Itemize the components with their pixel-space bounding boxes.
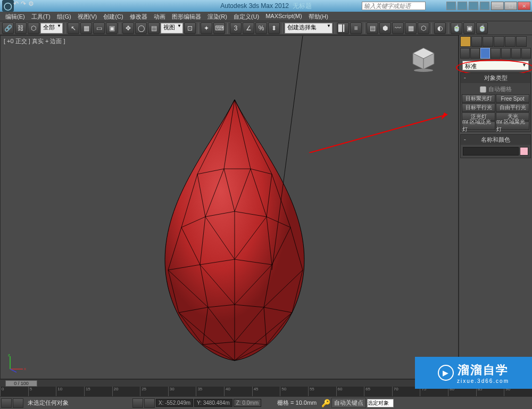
- link-icon[interactable]: ⚙: [28, 0, 34, 7]
- tab-motion[interactable]: [494, 36, 504, 47]
- minimize-button[interactable]: —: [491, 2, 504, 10]
- subtab-shapes[interactable]: [470, 48, 480, 59]
- menu-edit[interactable]: 编辑(E): [2, 12, 28, 21]
- filter-dropdown[interactable]: 全部: [40, 23, 63, 34]
- undo-icon[interactable]: ↶: [13, 0, 19, 7]
- rollout-objecttype: 对象类型 自动栅格 目标聚光灯Free Spot 目标平行光自由平行光 泛光灯天…: [460, 72, 531, 132]
- light-free-spot[interactable]: Free Spot: [496, 94, 529, 103]
- render-icon[interactable]: 🍵: [476, 22, 488, 34]
- schematic-icon[interactable]: ⬡: [418, 22, 429, 34]
- menu-modifier[interactable]: 修改器: [127, 12, 151, 21]
- keymode-dropdown[interactable]: [367, 399, 394, 407]
- graphite-icon[interactable]: ⬢: [379, 22, 391, 34]
- menu-maxscript[interactable]: MAXScript(M): [262, 12, 305, 21]
- unlink-icon[interactable]: ⛓: [15, 22, 27, 34]
- tab-hierarchy[interactable]: [483, 36, 493, 47]
- menu-custom[interactable]: 自定义(U): [230, 12, 262, 21]
- menu-create[interactable]: 创建(C): [100, 12, 126, 21]
- curveeditor-icon[interactable]: 〰: [392, 22, 404, 34]
- window-crossing-icon[interactable]: ▣: [106, 22, 118, 34]
- tick: 55: [308, 387, 336, 396]
- object-name-input[interactable]: [463, 147, 519, 156]
- menu-group[interactable]: 组(G): [54, 12, 74, 21]
- scale-icon[interactable]: ▤: [148, 22, 160, 34]
- tab-create[interactable]: [460, 36, 471, 47]
- autogrid-checkbox[interactable]: 自动栅格: [462, 84, 529, 94]
- coord-z[interactable]: Z: 0.0mm: [234, 399, 261, 407]
- time-slider-thumb[interactable]: 0 / 100: [5, 380, 37, 387]
- tick: 20: [112, 387, 140, 396]
- autokey-button[interactable]: 自动关键点: [331, 398, 366, 408]
- manip-icon[interactable]: ✦: [201, 22, 212, 34]
- subtab-systems[interactable]: [521, 48, 531, 59]
- refcoord-dropdown[interactable]: 视图: [161, 23, 183, 34]
- subtab-geometry[interactable]: [460, 48, 470, 59]
- renderedframe-icon[interactable]: ▣: [463, 22, 475, 34]
- coord-x[interactable]: X: -552.049m: [156, 399, 193, 407]
- spinnersnap-icon[interactable]: ⬍: [268, 22, 280, 34]
- tab-utilities[interactable]: [516, 36, 527, 47]
- snap-icon[interactable]: 3: [230, 22, 242, 34]
- link-icon[interactable]: 🔗: [2, 22, 14, 34]
- rotate-icon[interactable]: ◯: [135, 22, 147, 34]
- tab-modify[interactable]: [471, 36, 482, 47]
- subtab-lights[interactable]: [480, 48, 490, 59]
- viewport-canvas[interactable]: [1, 36, 458, 380]
- light-mr-spot[interactable]: mr 区域聚光灯: [496, 121, 529, 130]
- materialeditor-icon[interactable]: ◐: [434, 22, 446, 34]
- viewcube[interactable]: [410, 45, 437, 72]
- subtab-cameras[interactable]: [491, 48, 500, 59]
- info-icon[interactable]: [480, 2, 489, 10]
- coord-y[interactable]: Y: 3480.484m: [194, 399, 232, 407]
- select-icon[interactable]: ↖: [68, 22, 79, 34]
- rollout-header[interactable]: 名称和颜色: [461, 135, 530, 145]
- region-rect-icon[interactable]: ▭: [93, 22, 105, 34]
- menu-tools[interactable]: 工具(T): [28, 12, 54, 21]
- dopesheet-icon[interactable]: ▦: [405, 22, 417, 34]
- named-selset-dropdown[interactable]: 创建选择集: [285, 23, 332, 34]
- layers-icon[interactable]: ▤: [367, 22, 378, 34]
- rendersetup-icon[interactable]: 🍵: [451, 22, 462, 34]
- help-search[interactable]: [362, 2, 426, 10]
- rollout-header[interactable]: 对象类型: [461, 73, 530, 83]
- app-logo[interactable]: ◯: [2, 0, 14, 12]
- menu-view[interactable]: 视图(V): [74, 12, 101, 21]
- move-icon[interactable]: ✥: [122, 22, 134, 34]
- color-swatch[interactable]: [520, 147, 528, 156]
- mirror-icon[interactable]: ▊▎: [337, 22, 349, 34]
- subtab-helpers[interactable]: [501, 48, 511, 59]
- viewport[interactable]: [ +0 正交 ] 真实 + 边面 ]: [0, 35, 459, 379]
- close-button[interactable]: ✕: [518, 2, 530, 10]
- light-mr-omni[interactable]: mr 区域泛光灯: [462, 121, 495, 130]
- byname-icon[interactable]: ▦: [80, 22, 92, 34]
- isolate-icon[interactable]: [132, 398, 143, 408]
- tab-display[interactable]: [505, 36, 516, 47]
- light-free-direct[interactable]: 自由平行光: [496, 103, 529, 112]
- align-icon[interactable]: ≡: [350, 22, 362, 34]
- menu-render[interactable]: 渲染(R): [204, 12, 230, 21]
- watermark: ▶ 溜溜自学 zixue.3d66.com: [415, 357, 532, 389]
- search-input[interactable]: [362, 2, 426, 10]
- redo-icon[interactable]: ↷: [21, 0, 26, 7]
- help-icon[interactable]: [458, 2, 467, 10]
- search-icon[interactable]: [446, 2, 456, 10]
- subtab-spacewarps[interactable]: [511, 48, 521, 59]
- anglesnap-icon[interactable]: ∠: [243, 22, 254, 34]
- bind-icon[interactable]: ⬡: [28, 22, 39, 34]
- menu-anim[interactable]: 动画: [151, 12, 169, 21]
- pivot-icon[interactable]: ⊡: [184, 22, 196, 34]
- maximize-button[interactable]: ☐: [504, 2, 517, 10]
- svg-text:x: x: [24, 366, 26, 371]
- light-target-direct[interactable]: 目标平行光: [462, 103, 495, 112]
- lock-selection-icon[interactable]: [13, 398, 23, 408]
- keymode-icon[interactable]: ⌨: [213, 22, 225, 34]
- selection-lock-icon[interactable]: [144, 398, 155, 408]
- menu-help[interactable]: 帮助(H): [305, 12, 331, 21]
- light-target-spot[interactable]: 目标聚光灯: [462, 94, 495, 103]
- window-buttons: — ☐ ✕: [491, 2, 530, 10]
- key-lock-icon[interactable]: 🔑: [321, 398, 330, 408]
- pctsnap-icon[interactable]: %: [255, 22, 267, 34]
- star-icon[interactable]: [469, 2, 478, 10]
- maxscript-mini-icon[interactable]: [1, 398, 12, 408]
- menu-graph[interactable]: 图形编辑器: [169, 12, 204, 21]
